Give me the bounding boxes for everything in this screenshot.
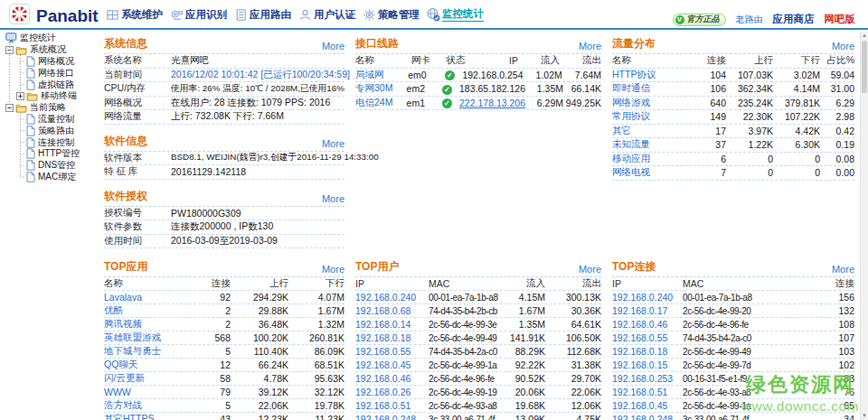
more-link[interactable]: More	[322, 193, 344, 204]
user-link[interactable]: 192.168.0.14	[355, 319, 429, 330]
interface-row: 专网30Mem2✓183.65.182.1261.35M66.14K	[355, 82, 601, 97]
conn-link[interactable]: 192.168.0.18	[612, 346, 683, 357]
traffic-link[interactable]: 未知流量	[612, 138, 685, 151]
scroll-up-arrow[interactable]: ▲	[861, 32, 868, 40]
column-2-top: 接口线路More 名称网卡状态IP流入流出局域网em0✓192.168.0.25…	[355, 37, 601, 265]
interface-link[interactable]: 局域网	[355, 69, 408, 81]
traffic-link[interactable]: 移动应用	[612, 153, 685, 165]
app-link[interactable]: WWW	[104, 387, 190, 397]
conn-link[interactable]: 192.168.0.17	[612, 305, 683, 316]
info-row: 网络流量上行: 732.08K 下行: 7.66M	[104, 110, 344, 125]
more-link[interactable]: More	[322, 264, 344, 275]
app-row: QQ聊天1266.24K68.51K	[104, 359, 344, 372]
panel-title: TOP用户	[355, 259, 399, 275]
netbar-version-link[interactable]: 网吧版	[825, 13, 856, 26]
traffic-link[interactable]: 网络游戏	[612, 97, 685, 109]
more-link[interactable]: More	[832, 41, 854, 51]
conn-link[interactable]: 192.168.0.51	[612, 387, 683, 397]
app-store-link[interactable]: 应用商店	[773, 13, 815, 26]
main-nav: 系统维护应用识别应用路由用户认证策略管理监控统计	[105, 0, 484, 29]
conn-link[interactable]: 192.168.0.45	[612, 400, 683, 411]
more-link[interactable]: More	[322, 138, 344, 149]
policy-icon	[362, 7, 376, 22]
panel-top-users: TOP用户More IPMAC流入流出192.168.0.24000-01-ea…	[355, 265, 601, 420]
conn-row: 192.168.0.152c-56-dc-4e-99-7d102	[612, 359, 854, 372]
more-link[interactable]: More	[579, 41, 601, 51]
conn-row: 192.168.0.25300-16-31-f5-e1-f983	[612, 372, 854, 386]
nav-identify[interactable]: 应用识别	[169, 7, 227, 22]
user-row: 192.168.0.462c-56-dc-4e-96-fe90.52K29.70…	[355, 372, 601, 386]
app-link[interactable]: 其它HTTPS	[104, 413, 190, 420]
conn-link[interactable]: 192.168.0.55	[612, 332, 683, 343]
app-link[interactable]: 闪/云更新	[104, 372, 190, 385]
traffic-link[interactable]: HTTP协议	[612, 69, 685, 81]
traffic-row: 其它173.97K4.42K0.42	[612, 125, 854, 139]
traffic-link[interactable]: 常用协议	[612, 110, 685, 123]
nav-auth[interactable]: 用户认证	[297, 7, 355, 22]
scrollbar-thumb[interactable]	[862, 41, 867, 93]
column-3-top: 流量分布More 名称连接上行下行占比%HTTP协议104107.03K3.02…	[612, 37, 854, 265]
app-row: 英雄联盟游戏568100.20K260.81K	[104, 331, 344, 345]
traffic-row: HTTP协议104107.03K3.02M59.04	[612, 69, 854, 83]
interface-link[interactable]: 电信24M	[355, 97, 407, 109]
scrollbar[interactable]: ▲ ▼	[860, 32, 868, 420]
conn-link[interactable]: 192.168.0.253	[612, 373, 683, 384]
panel-title: TOP应用	[104, 259, 147, 275]
interface-row: 电信24Mem1✓222.178.13.2066.29M949.25K	[355, 97, 601, 111]
main-content: 系统信息More 系统名称光熹网吧当前时间2016/12/02 10:01:42…	[104, 37, 854, 420]
user-link[interactable]: 192.168.0.51	[355, 400, 429, 411]
user-link[interactable]: 192.168.0.240	[355, 292, 429, 303]
user-link[interactable]: 192.168.0.45	[355, 359, 429, 370]
info-row: 特 征 库20161129.142118	[104, 165, 344, 180]
scroll-down-arrow[interactable]: ▼	[861, 412, 868, 420]
nav-route[interactable]: 应用路由	[233, 7, 291, 22]
more-link[interactable]: More	[322, 41, 344, 51]
nav-maintain[interactable]: 系统维护	[105, 7, 163, 22]
nav-monitor[interactable]: 监控统计	[426, 7, 484, 22]
app-link[interactable]: QQ聊天	[104, 359, 190, 371]
interface-ip: 192.168.0.254	[462, 70, 523, 80]
user-link[interactable]: 192.168.0.55	[355, 346, 429, 357]
info-row: 当前时间2016/12/02 10:01:42 [已运行100/20:34:59…	[104, 69, 344, 83]
traffic-link[interactable]: 即时通信	[612, 82, 685, 95]
conn-link[interactable]: 192.168.0.248	[612, 414, 683, 420]
more-link[interactable]: More	[579, 264, 601, 275]
app-link[interactable]: Lavalava	[104, 292, 190, 303]
app-link[interactable]: 地下城与勇士	[104, 345, 190, 358]
user-row: 192.168.0.6874-d4-35-b4-2b-cb1.67M30.36K	[355, 304, 601, 318]
user-link[interactable]: 192.168.0.46	[355, 373, 429, 384]
old-router-link[interactable]: 老路由	[736, 14, 763, 26]
user-link[interactable]: 192.168.0.68	[355, 305, 429, 316]
app-link[interactable]: 英雄联盟游戏	[104, 331, 190, 344]
user-header: IPMAC流入流出	[355, 277, 601, 291]
conn-link[interactable]: 192.168.0.15	[612, 359, 683, 370]
user-row: 192.168.0.5574-d4-35-b4-2a-c088.29K112.6…	[355, 345, 601, 359]
user-row: 192.168.0.24000-01-ea-7a-1b-a84.15M300.1…	[355, 291, 601, 304]
conn-link[interactable]: 192.168.0.46	[612, 319, 683, 330]
user-link[interactable]: 192.168.0.26	[355, 387, 429, 397]
traffic-header: 名称连接上行下行占比%	[612, 54, 854, 69]
app-row: 腾讯视频236.48K1.32M	[104, 318, 344, 331]
interfaces-header: 名称网卡状态IP流入流出	[355, 54, 601, 69]
more-link[interactable]: More	[832, 264, 854, 275]
logo: Panabit	[9, 4, 99, 28]
conn-row: 192.168.0.24000-01-ea-7a-1b-a8156	[612, 291, 854, 304]
user-link[interactable]: 192.168.0.18	[355, 332, 429, 343]
app-row: 地下城与勇士5110.40K86.09K	[104, 345, 344, 359]
identify-icon	[169, 7, 184, 22]
traffic-link[interactable]: 网络电视	[612, 166, 685, 179]
user-link[interactable]: 192.168.0.248	[355, 414, 429, 420]
traffic-link[interactable]: 其它	[612, 125, 685, 137]
nav-policy[interactable]: 策略管理	[362, 7, 420, 22]
app-link[interactable]: 优酷	[104, 304, 190, 317]
app-link[interactable]: 腾讯视频	[104, 318, 190, 331]
interface-ip[interactable]: 222.178.13.206	[459, 98, 525, 108]
genuine-badge[interactable]: V官方正品	[673, 14, 726, 26]
conn-link[interactable]: 192.168.0.240	[612, 292, 683, 303]
conn-row: 192.168.0.462c-56-dc-4e-96-fe108	[612, 318, 854, 331]
panel-license: 软件授权More 授权编号PW180000G309软件参数连接数200000 ,…	[104, 190, 344, 249]
interface-link[interactable]: 专网30M	[355, 82, 407, 95]
app-row: 闪/云更新584.78K95.63K	[104, 372, 344, 386]
app-link[interactable]: 浩方对战	[104, 399, 190, 412]
user-row: 192.168.0.512c-56-dc-4e-93-a819.68K12.06…	[355, 399, 601, 413]
